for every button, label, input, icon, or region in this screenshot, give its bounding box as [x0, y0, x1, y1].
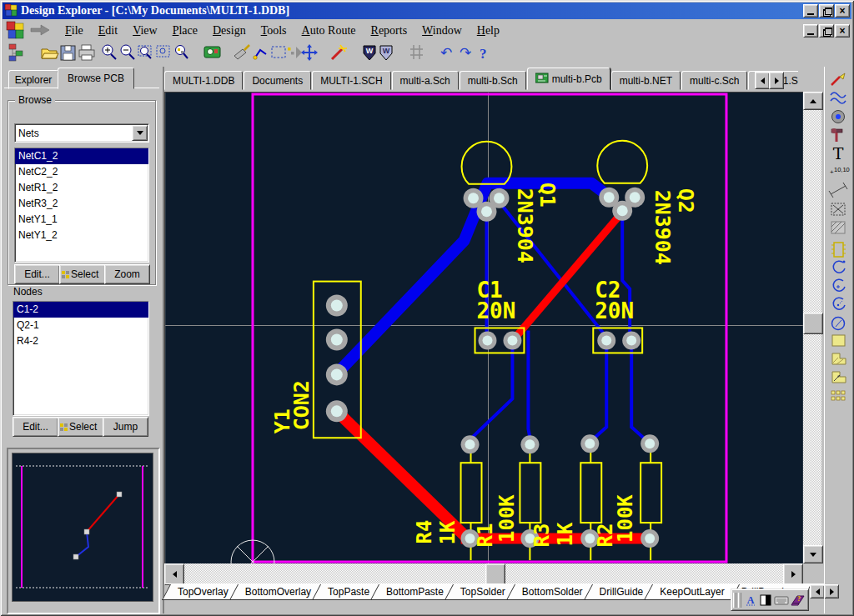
layer-tab-active[interactable]: KeepOutLayer — [648, 584, 736, 600]
mdi-close-icon[interactable]: × — [835, 24, 850, 38]
list-item-net[interactable]: NetY1_1 — [15, 212, 148, 228]
horizontal-scroll-thumb[interactable] — [485, 563, 505, 585]
menu-window[interactable]: Window — [414, 23, 470, 39]
help-icon[interactable]: ? — [480, 46, 487, 62]
layer-tabs-scroll-left-icon[interactable] — [810, 584, 825, 598]
move-object-icon[interactable] — [301, 44, 318, 61]
toolbar-grip[interactable] — [733, 593, 736, 608]
doc-tabs-scroll-right-icon[interactable] — [769, 72, 784, 89]
doc-tab[interactable]: Documents — [244, 71, 311, 90]
floating-mini-toolbar[interactable]: A ? — [731, 588, 809, 611]
restore-icon[interactable] — [819, 4, 834, 18]
place-arc-angle-icon[interactable] — [833, 298, 845, 309]
list-item-net[interactable]: NetR1_2 — [15, 180, 148, 196]
zoom-in-icon[interactable] — [103, 45, 116, 59]
place-fill-icon[interactable] — [832, 335, 845, 346]
nets-list[interactable]: NetC1_2 NetC2_2 NetR1_2 NetR3_2 NetY1_1 … — [14, 148, 149, 263]
list-item-node[interactable]: R4-2 — [13, 333, 148, 349]
mdi-restore-icon[interactable] — [819, 24, 834, 38]
doc-tab[interactable]: MULTI-1.DDB — [164, 71, 243, 90]
nodes-list[interactable]: C1-2 Q2-1 R4-2 — [13, 301, 149, 416]
tab-browse-pcb[interactable]: Browse PCB — [58, 68, 134, 89]
app-logo-icon[interactable] — [6, 21, 24, 42]
place-full-circle-icon[interactable] — [832, 318, 845, 330]
doc-tabs-scroll-left-icon[interactable] — [755, 72, 770, 89]
list-item-net[interactable]: NetY1_2 — [15, 228, 148, 243]
place-wave-icon[interactable] — [831, 93, 846, 103]
place-fill-hatched-icon[interactable] — [831, 222, 845, 233]
layer-tab[interactable]: BottomPaste — [374, 584, 455, 600]
horizontal-scrollbar[interactable] — [164, 563, 803, 583]
scroll-down-icon[interactable] — [803, 545, 823, 563]
deselect-all-icon[interactable] — [234, 45, 249, 59]
node-jump-button[interactable]: Jump — [103, 417, 148, 437]
menu-reports[interactable]: Reports — [364, 23, 415, 39]
mdi-minimize-icon[interactable] — [803, 24, 818, 38]
menu-file[interactable]: File — [58, 23, 91, 39]
net-select-button[interactable]: Select — [59, 264, 107, 284]
list-item-node[interactable]: Q2-1 — [13, 318, 148, 333]
zoom-point-icon[interactable] — [176, 46, 188, 59]
doc-tab-active[interactable]: multi-b.Pcb — [527, 68, 610, 90]
list-item-net[interactable]: NetC1_2 — [15, 148, 148, 164]
cross-probe-icon[interactable] — [204, 47, 220, 58]
title-bar[interactable]: Design Explorer - [C:\My Documents\MULTI… — [3, 3, 851, 19]
print-icon[interactable] — [79, 45, 94, 60]
tab-explorer[interactable]: Explorer — [8, 70, 58, 89]
combo-dropdown-icon[interactable] — [132, 125, 148, 141]
undo-icon[interactable]: ↶ — [440, 44, 452, 61]
place-coordinate-icon[interactable]: + 10,10 — [830, 166, 850, 176]
menu-help[interactable]: Help — [470, 23, 507, 39]
place-dimension-icon[interactable] — [829, 183, 847, 198]
place-pad-icon[interactable] — [832, 111, 845, 123]
unroute-all-icon[interactable]: W — [364, 46, 375, 60]
node-select-button[interactable]: Select — [58, 417, 105, 437]
save-document-icon[interactable] — [61, 46, 75, 60]
select-area-icon[interactable] — [272, 47, 285, 58]
list-item-node[interactable]: C1-2 — [13, 302, 148, 318]
doc-tab[interactable]: multi-b.NET — [611, 71, 681, 90]
doc-tab[interactable]: multi-c.Sch — [681, 71, 747, 90]
wizard-icon[interactable] — [332, 45, 347, 59]
layer-tab[interactable]: BottomOverlay — [234, 584, 323, 600]
system-menu-arrow-icon[interactable] — [29, 24, 51, 38]
menu-auto-route[interactable]: Auto Route — [294, 23, 364, 39]
net-zoom-button[interactable]: Zoom — [104, 264, 150, 284]
menu-tools[interactable]: Tools — [254, 23, 294, 39]
place-string-icon[interactable]: T — [833, 144, 844, 163]
place-arc-edge-icon[interactable] — [833, 261, 845, 273]
doc-tab[interactable]: MULTI-1.SCH — [312, 71, 390, 90]
browse-mode-select[interactable]: Nets — [14, 123, 149, 143]
unroute-net-icon[interactable]: W — [380, 46, 392, 60]
menu-design[interactable]: Design — [205, 23, 254, 39]
menu-view[interactable]: View — [125, 23, 165, 39]
net-edit-button[interactable]: Edit... — [14, 264, 60, 284]
design-manager-icon[interactable] — [9, 44, 23, 61]
place-arc-center-icon[interactable] — [833, 279, 845, 291]
place-track-icon[interactable] — [831, 73, 845, 85]
list-item-net[interactable]: NetR3_2 — [15, 196, 148, 212]
help-book-icon[interactable]: ? — [791, 592, 806, 608]
open-document-icon[interactable] — [42, 49, 58, 58]
wiring-tools-icon[interactable] — [254, 50, 266, 59]
scroll-right-icon[interactable] — [783, 563, 803, 585]
scroll-left-icon[interactable] — [164, 563, 184, 585]
place-polygon-plane-icon[interactable] — [832, 353, 846, 364]
minimize-icon[interactable] — [803, 4, 818, 18]
place-pad-array-icon[interactable] — [831, 391, 845, 400]
list-item-net[interactable]: NetC2_2 — [15, 164, 148, 180]
vertical-scroll-thumb[interactable] — [803, 313, 823, 334]
move-selection-icon[interactable] — [288, 47, 302, 58]
zoom-document-icon[interactable] — [157, 46, 169, 57]
set-origin-icon[interactable] — [831, 203, 845, 215]
menu-edit[interactable]: Edit — [91, 23, 125, 39]
doc-tab[interactable]: multi-b.Sch — [460, 71, 526, 90]
menu-place[interactable]: Place — [165, 23, 205, 39]
split-plane-icon[interactable] — [832, 372, 846, 383]
redo-icon[interactable]: ↷ — [460, 44, 471, 61]
toggle-grid-icon[interactable] — [410, 45, 423, 59]
zoom-out-icon[interactable] — [121, 45, 134, 59]
shortcut-keys-icon[interactable] — [774, 592, 789, 608]
minimap[interactable] — [12, 453, 153, 602]
scroll-up-icon[interactable] — [803, 92, 823, 110]
